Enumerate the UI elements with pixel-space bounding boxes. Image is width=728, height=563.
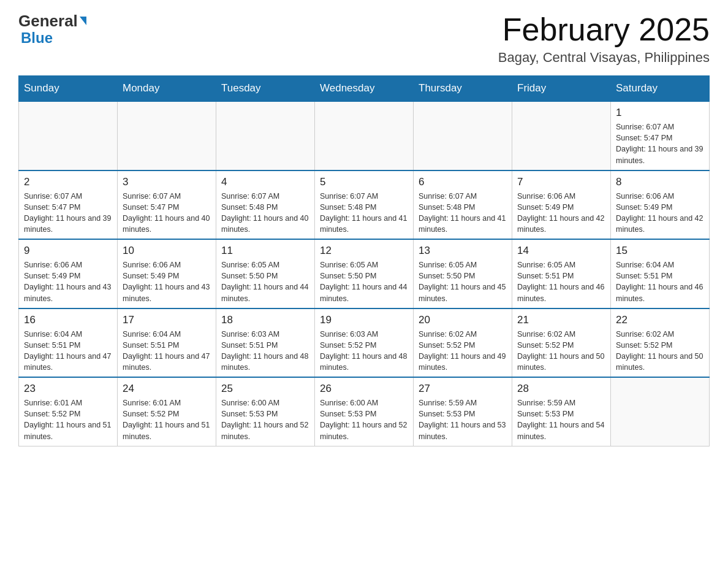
- day-number: 7: [517, 176, 605, 188]
- day-number: 14: [517, 245, 605, 257]
- day-number: 24: [123, 383, 211, 395]
- header-sunday: Sunday: [19, 76, 118, 102]
- calendar-day-cell: 22Sunrise: 6:02 AM Sunset: 5:52 PM Dayli…: [611, 308, 710, 378]
- calendar-day-cell: 17Sunrise: 6:04 AM Sunset: 5:51 PM Dayli…: [118, 308, 216, 378]
- day-info: Sunrise: 6:05 AM Sunset: 5:50 PM Dayligh…: [419, 259, 507, 304]
- day-info: Sunrise: 6:07 AM Sunset: 5:48 PM Dayligh…: [221, 191, 309, 236]
- day-info: Sunrise: 6:07 AM Sunset: 5:47 PM Dayligh…: [616, 121, 704, 166]
- day-info: Sunrise: 5:59 AM Sunset: 5:53 PM Dayligh…: [419, 397, 507, 442]
- day-number: 5: [320, 176, 408, 188]
- header-monday: Monday: [118, 76, 216, 102]
- logo-blue-text: Blue: [21, 29, 86, 47]
- calendar-day-cell: 11Sunrise: 6:05 AM Sunset: 5:50 PM Dayli…: [216, 239, 315, 308]
- day-number: 17: [123, 314, 211, 326]
- header-thursday: Thursday: [414, 76, 512, 102]
- calendar-day-cell: 20Sunrise: 6:02 AM Sunset: 5:52 PM Dayli…: [414, 308, 512, 378]
- day-info: Sunrise: 6:04 AM Sunset: 5:51 PM Dayligh…: [616, 259, 704, 304]
- day-number: 15: [616, 245, 704, 257]
- calendar-day-cell: [414, 101, 512, 170]
- day-number: 27: [419, 383, 507, 395]
- day-number: 28: [517, 383, 605, 395]
- day-info: Sunrise: 6:07 AM Sunset: 5:48 PM Dayligh…: [419, 191, 507, 236]
- day-info: Sunrise: 6:06 AM Sunset: 5:49 PM Dayligh…: [517, 191, 605, 236]
- day-number: 12: [320, 245, 408, 257]
- day-info: Sunrise: 6:04 AM Sunset: 5:51 PM Dayligh…: [123, 329, 211, 373]
- calendar-day-cell: 26Sunrise: 6:00 AM Sunset: 5:53 PM Dayli…: [315, 377, 414, 446]
- day-number: 18: [221, 314, 309, 326]
- day-number: 22: [616, 314, 704, 326]
- header-tuesday: Tuesday: [216, 76, 315, 102]
- day-info: Sunrise: 6:00 AM Sunset: 5:53 PM Dayligh…: [221, 397, 309, 442]
- day-info: Sunrise: 5:59 AM Sunset: 5:53 PM Dayligh…: [517, 397, 605, 442]
- day-number: 10: [123, 245, 211, 257]
- calendar-day-cell: [216, 101, 315, 170]
- calendar-day-cell: 2Sunrise: 6:07 AM Sunset: 5:47 PM Daylig…: [19, 170, 118, 240]
- calendar-day-cell: 15Sunrise: 6:04 AM Sunset: 5:51 PM Dayli…: [611, 239, 710, 308]
- day-info: Sunrise: 6:02 AM Sunset: 5:52 PM Dayligh…: [517, 329, 605, 373]
- calendar-day-cell: 19Sunrise: 6:03 AM Sunset: 5:52 PM Dayli…: [315, 308, 414, 378]
- calendar-day-cell: [315, 101, 414, 170]
- day-info: Sunrise: 6:06 AM Sunset: 5:49 PM Dayligh…: [616, 191, 704, 236]
- logo: General Blue: [18, 12, 86, 46]
- calendar-day-cell: 14Sunrise: 6:05 AM Sunset: 5:51 PM Dayli…: [512, 239, 611, 308]
- day-info: Sunrise: 6:06 AM Sunset: 5:49 PM Dayligh…: [24, 259, 112, 304]
- calendar-week-row: 2Sunrise: 6:07 AM Sunset: 5:47 PM Daylig…: [19, 170, 710, 240]
- day-info: Sunrise: 6:03 AM Sunset: 5:51 PM Dayligh…: [221, 329, 309, 373]
- calendar-day-cell: 24Sunrise: 6:01 AM Sunset: 5:52 PM Dayli…: [118, 377, 216, 446]
- calendar-table: Sunday Monday Tuesday Wednesday Thursday…: [18, 75, 710, 446]
- day-info: Sunrise: 6:02 AM Sunset: 5:52 PM Dayligh…: [419, 329, 507, 373]
- calendar-day-cell: 7Sunrise: 6:06 AM Sunset: 5:49 PM Daylig…: [512, 170, 611, 240]
- day-number: 6: [419, 176, 507, 188]
- calendar-day-cell: 13Sunrise: 6:05 AM Sunset: 5:50 PM Dayli…: [414, 239, 512, 308]
- day-info: Sunrise: 6:07 AM Sunset: 5:47 PM Dayligh…: [123, 191, 211, 236]
- day-number: 16: [24, 314, 112, 326]
- day-number: 23: [24, 383, 112, 395]
- header-saturday: Saturday: [611, 76, 710, 102]
- day-info: Sunrise: 6:00 AM Sunset: 5:53 PM Dayligh…: [320, 397, 408, 442]
- day-info: Sunrise: 6:05 AM Sunset: 5:51 PM Dayligh…: [517, 259, 605, 304]
- calendar-week-row: 1Sunrise: 6:07 AM Sunset: 5:47 PM Daylig…: [19, 101, 710, 170]
- logo-general-text: General: [18, 12, 78, 31]
- day-info: Sunrise: 6:05 AM Sunset: 5:50 PM Dayligh…: [320, 259, 408, 304]
- calendar-day-cell: 23Sunrise: 6:01 AM Sunset: 5:52 PM Dayli…: [19, 377, 118, 446]
- calendar-day-cell: 8Sunrise: 6:06 AM Sunset: 5:49 PM Daylig…: [611, 170, 710, 240]
- calendar-day-cell: 12Sunrise: 6:05 AM Sunset: 5:50 PM Dayli…: [315, 239, 414, 308]
- calendar-day-cell: [19, 101, 118, 170]
- main-title: February 2025: [498, 12, 710, 47]
- day-info: Sunrise: 6:06 AM Sunset: 5:49 PM Dayligh…: [123, 259, 211, 304]
- calendar-day-cell: 25Sunrise: 6:00 AM Sunset: 5:53 PM Dayli…: [216, 377, 315, 446]
- page-header: General Blue February 2025 Bagay, Centra…: [18, 12, 710, 66]
- calendar-day-cell: [611, 377, 710, 446]
- subtitle: Bagay, Central Visayas, Philippines: [498, 50, 710, 66]
- title-section: February 2025 Bagay, Central Visayas, Ph…: [498, 12, 710, 66]
- header-friday: Friday: [512, 76, 611, 102]
- day-number: 20: [419, 314, 507, 326]
- calendar-day-cell: 3Sunrise: 6:07 AM Sunset: 5:47 PM Daylig…: [118, 170, 216, 240]
- day-info: Sunrise: 6:01 AM Sunset: 5:52 PM Dayligh…: [123, 397, 211, 442]
- day-number: 9: [24, 245, 112, 257]
- calendar-day-cell: [118, 101, 216, 170]
- day-info: Sunrise: 6:02 AM Sunset: 5:52 PM Dayligh…: [616, 329, 704, 373]
- day-number: 11: [221, 245, 309, 257]
- day-number: 26: [320, 383, 408, 395]
- day-info: Sunrise: 6:07 AM Sunset: 5:47 PM Dayligh…: [24, 191, 112, 236]
- calendar-week-row: 16Sunrise: 6:04 AM Sunset: 5:51 PM Dayli…: [19, 308, 710, 378]
- calendar-week-row: 23Sunrise: 6:01 AM Sunset: 5:52 PM Dayli…: [19, 377, 710, 446]
- calendar-day-cell: 27Sunrise: 5:59 AM Sunset: 5:53 PM Dayli…: [414, 377, 512, 446]
- day-number: 2: [24, 176, 112, 188]
- calendar-week-row: 9Sunrise: 6:06 AM Sunset: 5:49 PM Daylig…: [19, 239, 710, 308]
- day-number: 1: [616, 107, 704, 119]
- logo-triangle-icon: [80, 17, 86, 25]
- calendar-day-cell: 28Sunrise: 5:59 AM Sunset: 5:53 PM Dayli…: [512, 377, 611, 446]
- day-number: 4: [221, 176, 309, 188]
- header-wednesday: Wednesday: [315, 76, 414, 102]
- calendar-day-cell: 10Sunrise: 6:06 AM Sunset: 5:49 PM Dayli…: [118, 239, 216, 308]
- weekday-header-row: Sunday Monday Tuesday Wednesday Thursday…: [19, 76, 710, 102]
- calendar-day-cell: 4Sunrise: 6:07 AM Sunset: 5:48 PM Daylig…: [216, 170, 315, 240]
- calendar-day-cell: 18Sunrise: 6:03 AM Sunset: 5:51 PM Dayli…: [216, 308, 315, 378]
- day-number: 8: [616, 176, 704, 188]
- calendar-day-cell: 21Sunrise: 6:02 AM Sunset: 5:52 PM Dayli…: [512, 308, 611, 378]
- day-number: 13: [419, 245, 507, 257]
- day-info: Sunrise: 6:05 AM Sunset: 5:50 PM Dayligh…: [221, 259, 309, 304]
- day-info: Sunrise: 6:07 AM Sunset: 5:48 PM Dayligh…: [320, 191, 408, 236]
